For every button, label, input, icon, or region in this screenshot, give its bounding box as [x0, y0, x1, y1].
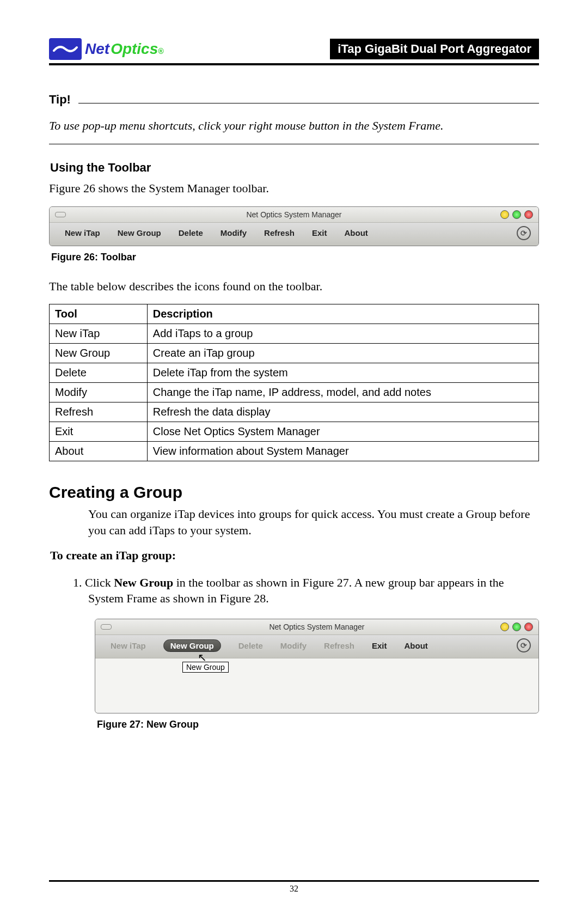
toolbar-exit[interactable]: Exit	[312, 228, 327, 237]
toolbar-exit[interactable]: Exit	[372, 641, 387, 650]
figure-27-caption: Figure 27: New Group	[97, 719, 539, 730]
brand-logo: Net Optics ®	[49, 38, 164, 60]
using-toolbar-intro: Figure 26 shows the System Manager toolb…	[49, 180, 539, 197]
table-header-row: Tool Description	[50, 304, 539, 324]
window-close-icon[interactable]	[524, 623, 533, 631]
toolbar-refresh[interactable]: Refresh	[264, 228, 295, 237]
toolbar-about[interactable]: About	[404, 641, 427, 650]
table-row: ModifyChange the iTap name, IP address, …	[50, 383, 539, 402]
window-minimize-icon[interactable]	[500, 210, 509, 219]
step-1: 1. Click New Group in the toolbar as sho…	[88, 575, 539, 607]
creating-group-heading: Creating a Group	[49, 483, 539, 502]
toolbar-new-itap[interactable]: New iTap	[111, 641, 146, 650]
table-intro: The table below describes the icons foun…	[49, 278, 539, 295]
tip-heading-row: Tip!	[49, 93, 539, 107]
page-number: 32	[290, 884, 298, 894]
figure-27-caption-label: Figure 27:	[97, 719, 144, 730]
toolbar-about[interactable]: About	[344, 228, 367, 237]
using-toolbar-heading: Using the Toolbar	[50, 161, 539, 175]
window-title: Net Optics System Manager	[269, 623, 364, 631]
toolbar-new-group[interactable]: New Group	[163, 639, 221, 652]
table-row: RefreshRefresh the data display	[50, 402, 539, 422]
tip-bottom-rule	[49, 144, 539, 144]
refresh-icon[interactable]: ⟳	[517, 226, 531, 240]
figure-26-screenshot: Net Optics System Manager New iTap New G…	[49, 206, 539, 246]
creating-group-body: You can organize iTap devices into group…	[88, 506, 539, 538]
window-title: Net Optics System Manager	[246, 210, 341, 219]
toolbar-modify[interactable]: Modify	[220, 228, 247, 237]
new-group-tooltip: New Group	[182, 662, 229, 673]
window-zoom-icon[interactable]	[512, 623, 521, 631]
brand-optics: Optics	[111, 40, 158, 58]
step-1-bold: New Group	[114, 576, 173, 589]
table-row: New GroupCreate an iTap group	[50, 344, 539, 363]
toolbar-modify[interactable]: Modify	[280, 641, 307, 650]
toolbar-delete[interactable]: Delete	[179, 228, 203, 237]
figure-26-caption: Figure 26: Toolbar	[51, 252, 539, 263]
toolbar-refresh[interactable]: Refresh	[324, 641, 354, 650]
table-row: New iTapAdd iTaps to a group	[50, 324, 539, 344]
figure-26-caption-text: Toolbar	[98, 252, 136, 263]
tip-rule	[78, 103, 539, 103]
table-row: ExitClose Net Optics System Manager	[50, 422, 539, 442]
figure-27-screenshot: Net Optics System Manager New iTap New G…	[95, 619, 539, 713]
refresh-icon[interactable]: ⟳	[517, 638, 531, 652]
brand-net: Net	[85, 40, 109, 58]
table-header-description: Description	[147, 304, 538, 324]
step-1-prefix: 1. Click	[73, 576, 114, 589]
tool-description-table: Tool Description New iTapAdd iTaps to a …	[49, 304, 539, 461]
table-row: DeleteDelete iTap from the system	[50, 363, 539, 383]
page-header: Net Optics ® iTap GigaBit Dual Port Aggr…	[49, 38, 539, 65]
table-header-tool: Tool	[50, 304, 148, 324]
brand-mark	[49, 38, 82, 60]
toolbar-new-itap[interactable]: New iTap	[65, 228, 100, 237]
window-zoom-icon[interactable]	[512, 210, 521, 219]
figure-26-caption-label: Figure 26:	[51, 252, 98, 263]
figure-27-caption-text: New Group	[144, 719, 199, 730]
brand-registered: ®	[158, 47, 163, 56]
window-close-icon[interactable]	[524, 210, 533, 219]
toolbar-new-group[interactable]: New Group	[118, 228, 161, 237]
window-minimize-icon[interactable]	[500, 623, 509, 631]
table-row: AboutView information about System Manag…	[50, 442, 539, 461]
doc-title: iTap GigaBit Dual Port Aggregator	[330, 39, 539, 59]
tip-label: Tip!	[49, 93, 71, 107]
window-handle-icon	[101, 624, 112, 630]
tip-body: To use pop-up menu shortcuts, click your…	[49, 119, 539, 133]
toolbar-delete[interactable]: Delete	[238, 641, 263, 650]
window-handle-icon	[55, 212, 66, 217]
procedure-heading: To create an iTap group:	[50, 548, 539, 563]
footer-rule	[49, 880, 539, 882]
tilde-icon	[53, 43, 78, 55]
